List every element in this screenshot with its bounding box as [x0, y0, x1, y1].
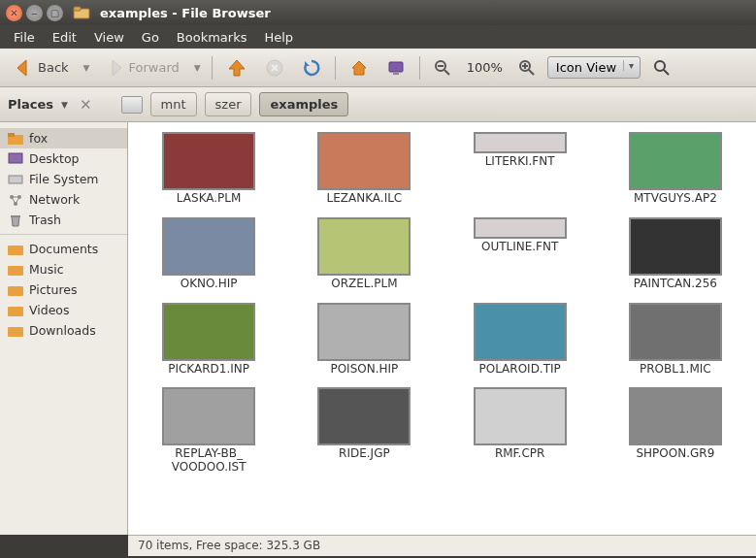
thumbnail	[474, 303, 567, 361]
menu-bookmarks[interactable]: Bookmarks	[169, 27, 255, 48]
sidebar-item-filesystem[interactable]: File System	[0, 169, 127, 189]
file-item[interactable]: SHPOON.GR9	[599, 383, 752, 478]
back-button[interactable]: Back	[8, 54, 75, 82]
close-sidebar-icon[interactable]: ✕	[76, 96, 96, 114]
reload-button[interactable]	[296, 55, 327, 81]
folder-icon	[73, 4, 90, 21]
path-segment-examples[interactable]: examples	[259, 92, 348, 116]
file-item[interactable]: POISON.HIP	[287, 299, 441, 380]
sidebar-item-network[interactable]: Network	[0, 189, 127, 210]
sidebar-item-label: Videos	[29, 303, 70, 317]
disk-root-icon[interactable]	[121, 96, 143, 114]
menu-edit[interactable]: Edit	[45, 27, 84, 48]
view-mode-select[interactable]: Icon View	[547, 56, 641, 79]
thumbnail	[317, 387, 411, 445]
places-chevron-icon[interactable]: ▼	[61, 100, 68, 110]
file-item[interactable]: REPLAY-BB_ VOODOO.IST	[132, 383, 285, 478]
svg-rect-21	[11, 215, 20, 217]
thumbnail	[474, 132, 567, 153]
sidebar-item-label: Documents	[29, 242, 98, 256]
separator	[419, 56, 420, 80]
home-button[interactable]	[344, 55, 375, 81]
file-name: LEZANKA.ILC	[327, 192, 403, 206]
sidebar-item-downloads[interactable]: Downloads	[0, 320, 127, 341]
file-item[interactable]: OKNO.HIP	[132, 213, 285, 295]
file-name: MTVGUYS.AP2	[634, 192, 717, 206]
file-name: LASKA.PLM	[177, 192, 242, 206]
status-bar: 70 items, Free space: 325.3 GB	[128, 535, 756, 556]
zoom-in-icon	[518, 59, 536, 77]
sidebar-item-videos[interactable]: Videos	[0, 300, 127, 320]
close-icon[interactable]: ✕	[6, 5, 22, 21]
file-name: RMF.CPR	[495, 447, 544, 461]
file-item[interactable]: RIDE.JGP	[287, 383, 441, 478]
file-name: OKNO.HIP	[181, 278, 238, 291]
file-item[interactable]: LEZANKA.ILC	[287, 128, 441, 210]
folder-icon	[8, 304, 23, 317]
location-bar: Places ▼ ✕ mnt szer examples	[0, 87, 756, 122]
menu-go[interactable]: Go	[134, 27, 167, 48]
menu-help[interactable]: Help	[256, 27, 301, 48]
back-history-chevron-icon[interactable]: ▼	[81, 63, 93, 73]
home-icon	[349, 58, 369, 78]
folder-icon	[8, 243, 23, 256]
file-name: PICKARD1.INP	[168, 363, 249, 377]
sidebar-item-label: Downloads	[29, 323, 96, 338]
computer-icon	[386, 58, 406, 78]
file-name: POLAROID.TIP	[478, 363, 560, 377]
svg-rect-26	[8, 327, 23, 337]
folder-icon	[8, 263, 23, 277]
sidebar-item-label: fox	[29, 131, 48, 146]
svg-point-12	[655, 61, 665, 71]
sidebar: fox Desktop File System Network Trash Do…	[0, 122, 128, 535]
svg-rect-17	[9, 176, 22, 183]
thumbnail	[629, 217, 722, 276]
thumbnail	[629, 387, 722, 445]
thumbnail	[629, 303, 722, 361]
minimize-icon[interactable]: ‒	[26, 5, 43, 21]
sidebar-item-trash[interactable]: Trash	[0, 210, 127, 230]
sidebar-item-label: Pictures	[29, 282, 78, 297]
computer-button[interactable]	[380, 55, 411, 81]
sidebar-item-fox[interactable]: fox	[0, 128, 127, 148]
menu-file[interactable]: File	[6, 27, 43, 48]
desktop-icon	[8, 152, 23, 166]
file-item[interactable]: RMF.CPR	[444, 383, 597, 478]
path-segment-mnt[interactable]: mnt	[150, 92, 197, 116]
sidebar-item-documents[interactable]: Documents	[0, 239, 127, 259]
up-button[interactable]	[220, 54, 253, 82]
zoom-out-icon	[434, 59, 451, 77]
arrow-up-icon	[226, 57, 247, 79]
file-item[interactable]: LASKA.PLM	[132, 128, 285, 210]
zoom-in-button[interactable]	[512, 56, 542, 80]
window-title: examples - File Browser	[100, 6, 271, 20]
thumbnail	[162, 387, 255, 445]
file-item[interactable]: OUTLINE.FNT	[444, 213, 597, 295]
thumbnail	[629, 132, 722, 190]
maximize-icon[interactable]: ▢	[47, 5, 63, 21]
zoom-out-button[interactable]	[428, 56, 457, 80]
file-item[interactable]: PROBL1.MIC	[599, 299, 752, 380]
search-button[interactable]	[646, 55, 677, 81]
file-item[interactable]: LITERKI.FNT	[444, 128, 597, 210]
file-name: PAINTCAN.256	[634, 278, 717, 291]
file-item[interactable]: PICKARD1.INP	[132, 299, 285, 380]
svg-rect-24	[8, 286, 23, 296]
file-item[interactable]: PAINTCAN.256	[599, 213, 752, 295]
menu-view[interactable]: View	[86, 27, 132, 48]
arrow-right-icon	[104, 57, 125, 79]
sidebar-item-music[interactable]: Music	[0, 259, 127, 279]
thumbnail	[162, 132, 255, 190]
file-grid[interactable]: LASKA.PLMLEZANKA.ILCLITERKI.FNTMTVGUYS.A…	[128, 122, 756, 535]
path-segment-szer[interactable]: szer	[205, 92, 252, 116]
file-item[interactable]: POLAROID.TIP	[444, 299, 597, 380]
file-item[interactable]: MTVGUYS.AP2	[599, 128, 752, 210]
file-item[interactable]: ORZEL.PLM	[287, 213, 441, 295]
thumbnail	[162, 303, 255, 361]
forward-history-chevron-icon[interactable]: ▼	[191, 63, 204, 73]
sidebar-item-desktop[interactable]: Desktop	[0, 148, 127, 169]
places-label[interactable]: Places	[8, 97, 53, 112]
sidebar-item-pictures[interactable]: Pictures	[0, 279, 127, 300]
sidebar-item-label: Desktop	[29, 151, 80, 166]
thumbnail	[317, 217, 411, 276]
